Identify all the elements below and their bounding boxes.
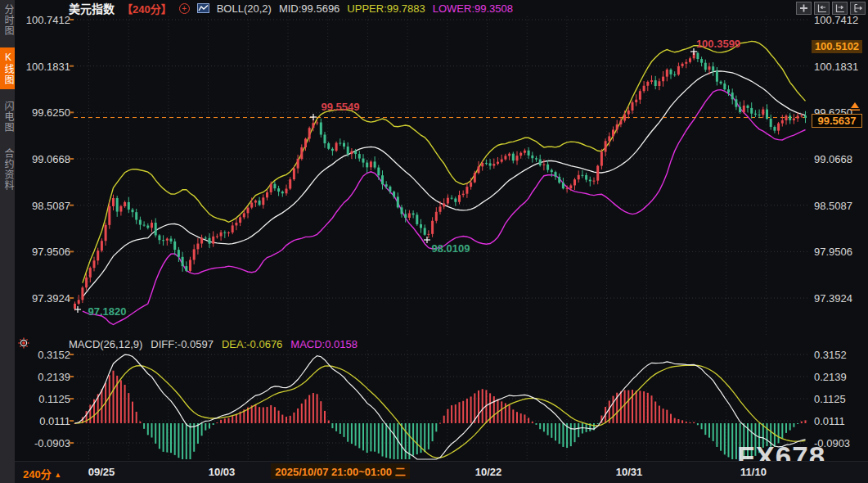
range-high-label: 100.5102	[812, 40, 862, 53]
x-axis-label: 11/10	[740, 466, 767, 478]
chart-canvas[interactable]	[0, 0, 868, 483]
sidebar-item-kline[interactable]: K线图	[0, 47, 15, 89]
trading-app-window: 分时图 K线图 闪电图 合约资料 美元指数 【240分】 + BOLL(20,2…	[0, 0, 868, 483]
pan-latest-icon[interactable]	[850, 2, 866, 15]
axis-zoom-in-icon[interactable]	[814, 2, 830, 15]
chart-toolbar	[796, 2, 866, 15]
macd-header: MACD(26,12,9) DIFF:-0.0597 DEA:-0.0676 M…	[69, 338, 358, 350]
grid-layer	[74, 16, 810, 459]
sidebar-item-contract-info[interactable]: 合约资料	[0, 144, 15, 195]
price-annotation: 100.3599	[696, 38, 740, 50]
macd-value: MACD:0.0158	[290, 338, 358, 350]
axis-edge-ticks	[70, 19, 74, 444]
macd-settings-icon[interactable]	[18, 337, 29, 349]
boll-bands	[83, 41, 806, 324]
boll-lower-value: LOWER:99.3508	[433, 2, 513, 15]
macd-diff-value: DIFF:-0.0597	[151, 338, 214, 350]
symbol-title: 美元指数	[69, 0, 115, 16]
chart-header: 美元指数 【240分】 + BOLL(20,2) MID:99.5696 UPP…	[69, 2, 513, 15]
boll-upper-value: UPPER:99.7883	[347, 2, 425, 15]
macd-dea-value: DEA:-0.0676	[222, 338, 282, 350]
macd-dea-line	[75, 365, 806, 458]
x-axis-label: 10/22	[475, 466, 502, 478]
boll-mid-value: MID:99.5696	[279, 2, 340, 15]
boll-indicator-label: BOLL(20,2)	[217, 2, 272, 15]
price-annotation: 99.5549	[322, 101, 360, 113]
scroll-latest-icon[interactable]	[850, 102, 860, 111]
x-axis-bar: 240分 ▲ 2025/10/07 21:00~01:00 二 09/2510/…	[15, 461, 868, 483]
macd-diff-line	[75, 354, 806, 459]
x-axis-label: 10/03	[209, 466, 236, 478]
candles	[74, 51, 807, 310]
sidebar-item-lightning[interactable]: 闪电图	[0, 97, 15, 137]
last-price-label: 99.5637	[812, 114, 862, 128]
sidebar-item-timeshare[interactable]: 分时图	[0, 0, 15, 40]
axis-zoom-out-icon[interactable]	[832, 2, 848, 15]
x-axis-label: 10/31	[616, 466, 643, 478]
macd-histogram	[74, 371, 807, 459]
price-annotation: 97.1820	[88, 305, 127, 318]
macd-indicator-label: MACD(26,12,9)	[69, 338, 142, 350]
sidebar-tab-strip: 分时图 K线图 闪电图 合约资料	[0, 0, 15, 483]
period-tag: 【240分】	[122, 1, 172, 16]
extreme-markers	[74, 48, 697, 313]
add-indicator-icon[interactable]: +	[179, 3, 190, 14]
period-selector[interactable]: 240分 ▲	[23, 466, 61, 481]
crosshair-icon[interactable]	[796, 2, 812, 15]
cursor-date-label: 2025/10/07 21:00~01:00 二	[271, 463, 410, 479]
price-annotation: 98.0109	[432, 242, 470, 255]
chart-type-icon	[197, 3, 209, 13]
caret-up-icon: ▲	[54, 471, 61, 479]
macd-lines	[75, 354, 806, 459]
x-axis-label: 09/25	[88, 466, 115, 478]
